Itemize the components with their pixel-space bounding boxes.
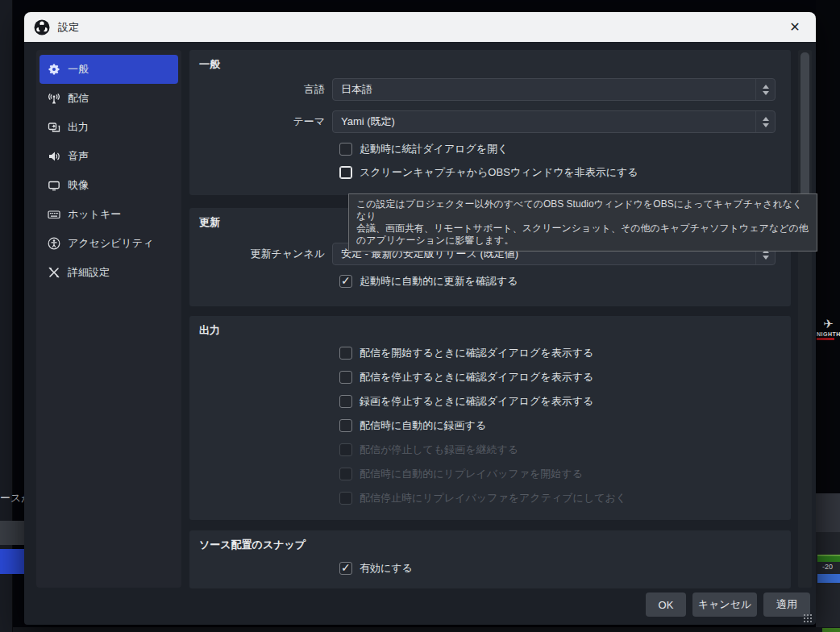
obs-logo-icon	[34, 19, 50, 35]
sidebar-item-label: ホットキー	[68, 207, 121, 222]
checkbox-box[interactable]	[339, 419, 352, 432]
section-title: 出力	[199, 323, 220, 338]
section-title: 一般	[199, 57, 220, 72]
checkbox-auto-replay-buffer: 配信時に自動的にリプレイバッファを開始する	[339, 467, 583, 481]
section-output: 出力 配信を開始するときに確認ダイアログを表示する 配信を停止するときに確認ダイ…	[189, 316, 791, 520]
settings-dialog: 設定 ✕ 一般 配信 出力	[24, 12, 816, 625]
sidebar-item-label: 詳細設定	[68, 265, 110, 280]
background-mixer-panel	[816, 493, 840, 532]
checkbox-confirm-stop-recording[interactable]: 録画を停止するときに確認ダイアログを表示する	[339, 394, 593, 409]
sidebar-item-stream[interactable]: 配信	[40, 84, 178, 113]
cancel-button[interactable]: キャンセル	[692, 592, 757, 617]
section-snapping: ソース配置のスナップ 有効にする	[189, 530, 791, 588]
checkbox-box	[339, 468, 352, 480]
sidebar-item-accessibility[interactable]: アクセシビリティ	[40, 229, 178, 258]
volume-meter-value: -20	[822, 563, 833, 571]
checkbox-hide-obs-window[interactable]: スクリーンキャプチャからOBSウィンドウを非表示にする	[339, 165, 638, 180]
plane-logo-icon: ✈	[817, 317, 840, 331]
background-preview-logo: ✈ NIGHTH	[817, 317, 840, 365]
language-select[interactable]: 日本語	[332, 78, 776, 101]
language-label: 言語	[195, 82, 332, 97]
logo-red-accent	[817, 338, 834, 340]
tooltip-line2: 会議、画面共有、リモートサポート、スクリーンショット、その他のキャプチャソフトウ…	[356, 222, 809, 247]
section-general: 一般 言語 日本語 テーマ Yami (既定) 起動時に統計ダイアログを開く	[189, 50, 791, 195]
dialog-title: 設定	[58, 20, 79, 35]
volume-meter-bar	[817, 555, 840, 562]
spinner-arrows-icon[interactable]	[755, 79, 775, 100]
volume-slider-bar[interactable]	[817, 574, 840, 583]
theme-value: Yami (既定)	[341, 114, 395, 129]
sidebar-item-label: アクセシビリティ	[68, 236, 153, 251]
hotkeys-icon	[48, 208, 60, 221]
checkbox-box[interactable]	[339, 143, 352, 156]
advanced-icon	[48, 266, 60, 279]
checkbox-confirm-stop-stream[interactable]: 配信を停止するときに確認ダイアログを表示する	[339, 370, 593, 385]
spinner-arrows-icon[interactable]	[755, 111, 775, 132]
sidebar-item-label: 一般	[68, 62, 89, 77]
theme-label: テーマ	[195, 114, 332, 129]
language-value: 日本語	[341, 82, 372, 97]
tooltip: この設定はプロジェクター以外のすべてのOBS StudioウィンドウをOBSによ…	[348, 193, 817, 252]
theme-select[interactable]: Yami (既定)	[332, 110, 776, 133]
update-channel-label: 更新チャンネル	[195, 247, 332, 261]
section-title: ソース配置のスナップ	[199, 538, 306, 552]
checkbox-keep-recording: 配信が停止しても録画を継続する	[339, 443, 518, 457]
gear-icon	[48, 63, 60, 76]
section-title: 更新	[199, 215, 220, 230]
background-bottom-meter	[822, 628, 840, 632]
checkbox-auto-record-on-stream[interactable]: 配信時に自動的に録画する	[339, 418, 486, 433]
resize-grip[interactable]	[803, 613, 813, 623]
checkbox-open-stats[interactable]: 起動時に統計ダイアログを開く	[339, 142, 508, 156]
checkbox-confirm-start-stream[interactable]: 配信を開始するときに確認ダイアログを表示する	[339, 346, 593, 360]
close-icon[interactable]: ✕	[784, 19, 806, 35]
tooltip-line1: この設定はプロジェクター以外のすべてのOBS StudioウィンドウをOBSによ…	[356, 198, 809, 222]
checkbox-box	[339, 443, 352, 456]
background-bottom-strip	[13, 627, 840, 632]
ok-button[interactable]: OK	[646, 592, 686, 617]
sidebar-item-hotkeys[interactable]: ホットキー	[40, 200, 178, 229]
sidebar-item-label: 出力	[68, 120, 89, 135]
logo-text: NIGHTH	[817, 331, 840, 337]
checkbox-box[interactable]	[339, 166, 352, 179]
settings-sidebar: 一般 配信 出力 音声	[36, 50, 181, 588]
checkbox-box[interactable]	[339, 371, 352, 384]
accessibility-icon	[48, 237, 60, 250]
sidebar-item-output[interactable]: 出力	[40, 113, 178, 142]
checkbox-box[interactable]	[339, 395, 352, 408]
checkbox-keep-replay-buffer: 配信停止時にリプレイバッファをアクティブにしておく	[339, 491, 626, 505]
checkbox-box[interactable]	[339, 562, 352, 575]
sidebar-item-general[interactable]: 一般	[40, 55, 178, 84]
sidebar-item-label: 音声	[68, 149, 89, 164]
checkbox-snapping-enable[interactable]: 有効にする	[339, 561, 413, 576]
output-icon	[48, 121, 60, 134]
checkbox-box[interactable]	[339, 347, 352, 360]
sidebar-item-advanced[interactable]: 詳細設定	[40, 258, 178, 287]
sidebar-item-video[interactable]: 映像	[40, 171, 178, 200]
dialog-titlebar[interactable]: 設定 ✕	[24, 12, 816, 42]
video-icon	[48, 179, 60, 192]
checkbox-box[interactable]	[339, 275, 352, 288]
sidebar-item-audio[interactable]: 音声	[40, 142, 178, 171]
sidebar-item-label: 配信	[68, 91, 89, 106]
audio-icon	[48, 150, 60, 163]
checkbox-auto-update-check[interactable]: 起動時に自動的に更新を確認する	[339, 274, 518, 289]
obs-main-window-background: ースが ✈ NIGHTH -20 設定 ✕	[0, 0, 840, 632]
checkbox-box	[339, 492, 352, 505]
sidebar-item-label: 映像	[68, 178, 89, 193]
broadcast-icon	[48, 92, 60, 105]
